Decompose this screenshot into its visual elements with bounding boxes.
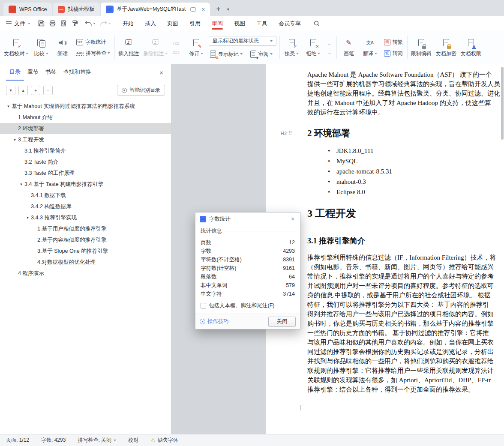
toc-item[interactable]: ▾ 4 程序演示 — [0, 268, 171, 279]
markup-state-select[interactable]: 显示标记的最终状态 — [209, 36, 276, 46]
to-traditional-button[interactable]: 简 转繁 — [383, 38, 404, 46]
text-line: 效的运行在云计算环境中。 — [307, 108, 504, 117]
toc-item[interactable]: ▾ 4.对数据模型的优化处理 — [0, 257, 171, 268]
sidebar-tab[interactable]: 章节 — [24, 64, 42, 81]
tree-caret-icon[interactable]: ▾ — [12, 138, 18, 142]
menu-tab[interactable]: 视图 — [228, 16, 251, 31]
toc-item[interactable]: ▾ 2.基于内容相似度的推荐引擎 — [0, 234, 171, 245]
heading-drag-handle[interactable]: H2 ⠿ — [281, 131, 292, 136]
encrypt-doc-button[interactable]: 文档加密 — [434, 33, 459, 62]
smart-toc-button[interactable]: 智能识别目录 — [117, 85, 165, 96]
redo-button[interactable] — [100, 21, 111, 27]
sidebar-tab[interactable]: 目录 — [6, 64, 24, 81]
print-preview-button[interactable] — [58, 18, 69, 29]
prev-revision-button[interactable]: ← — [326, 40, 333, 46]
toc-item[interactable]: ▾ 3.4.2 构造数据库 — [0, 201, 171, 212]
tab-list-chevron-icon[interactable]: ▾ — [224, 3, 232, 15]
tab-template-store[interactable]: 找稿壳模板 — [53, 3, 100, 16]
intro-paragraph: Apache Mahout 是 Apache Software Foundati… — [307, 70, 504, 117]
toc-item-label: 3.4.2 构造数据库 — [31, 203, 71, 210]
tree-caret-icon[interactable]: ▾ — [5, 104, 12, 108]
toc-item[interactable]: ▾ 3.2 Taste 简介 — [0, 156, 171, 168]
next-revision-icon: → — [327, 50, 332, 55]
heading-engine-intro: 3.1 推荐引擎简介 — [307, 236, 504, 246]
print-button[interactable] — [47, 18, 58, 29]
sidebar-tab[interactable]: 书签 — [42, 64, 60, 81]
menu-tab[interactable]: 插入 — [139, 16, 162, 31]
menu-tab[interactable]: 引用 — [184, 16, 206, 31]
insert-comment-button[interactable]: ＋ 插入批注 — [116, 33, 141, 62]
tree-caret-icon[interactable]: ▾ — [24, 216, 31, 220]
format-painter-button[interactable] — [69, 18, 80, 29]
collapse-all-button[interactable]: ▴ — [18, 86, 28, 95]
menu-tab[interactable]: 工具 — [251, 16, 273, 31]
toc-add-button[interactable]: ＋ — [31, 86, 40, 95]
status-proofread[interactable]: 校对 — [128, 437, 138, 444]
doc-permission-button[interactable]: 文档权限 — [459, 33, 483, 62]
dialog-close-icon[interactable]: × — [290, 216, 296, 222]
compare-button[interactable]: 比较 — [30, 33, 52, 62]
doc-proofread-button[interactable]: ✓ 文档校对 — [2, 33, 30, 62]
toc-item[interactable]: ▾ 2 环境部署 — [0, 123, 171, 134]
stat-label: 字符数(计空格) — [201, 264, 236, 272]
new-tab-button[interactable]: + — [213, 3, 224, 15]
reject-button[interactable]: × 拒绝 — [303, 33, 324, 62]
menu-tab[interactable]: 页面 — [162, 16, 184, 31]
show-markup-button[interactable]: ≡ 显示标记 — [209, 49, 244, 59]
toc-item[interactable]: ▾ 3 工程开发 — [0, 134, 171, 145]
menu-tab[interactable]: 开始 — [117, 16, 139, 31]
prev-comment-button[interactable]: ‹▭ — [171, 40, 180, 46]
expand-all-button[interactable]: ▾ — [6, 86, 15, 95]
compare-icon — [37, 38, 45, 48]
file-menu[interactable]: 文件 — [0, 16, 36, 31]
toc-item[interactable]: ▾ 1 Mahout 介绍 — [0, 112, 171, 123]
menu-tab[interactable]: 审阅 — [206, 16, 228, 31]
text-line: 提供一些可扩展的机器学习领域经典算法的实现，旨在帮助开发人员 — [307, 79, 504, 89]
vertical-scrollbar[interactable] — [501, 64, 504, 434]
toc-remove-button[interactable]: − — [43, 86, 53, 95]
menu-tab[interactable]: 会员专享 — [273, 16, 306, 31]
review-pane-button[interactable]: ● 审阅 — [249, 49, 274, 59]
toc-item[interactable]: ▾ 3.1 推荐引擎简介 — [0, 145, 171, 156]
tab-close-icon[interactable]: × — [201, 6, 205, 12]
toc-item[interactable]: ▾ 3.3 Taste 的工作原理 — [0, 168, 171, 179]
next-comment-button[interactable]: ▭› — [171, 49, 180, 55]
save-button[interactable] — [36, 18, 47, 29]
restrict-editing-button[interactable]: 限制编辑 — [409, 33, 434, 62]
translate-button[interactable]: 文A 翻译 — [360, 33, 381, 62]
close-button[interactable]: 关闭 — [268, 317, 296, 327]
dialog-titlebar[interactable]: W 字数统计 × — [195, 213, 300, 225]
tips-link[interactable]: ▸ 操作技巧 — [200, 318, 229, 325]
to-simplified-button[interactable]: 繁 转简 — [383, 49, 404, 57]
document-body[interactable]: Apache Mahout 是 Apache Software Foundati… — [266, 64, 504, 394]
next-revision-button[interactable]: → — [326, 49, 333, 55]
toc-item[interactable]: ▾ 3.基于 Slope One 的推荐引擎 — [0, 245, 171, 257]
delete-comment-button[interactable]: × 删除批注 — [141, 33, 170, 62]
spell-check-button[interactable]: ABC 拼写检查 — [75, 49, 111, 57]
toc-item-label: 2.基于内容相似度的推荐引擎 — [37, 236, 107, 244]
word-count-button[interactable]: 123 字数统计 — [75, 38, 111, 46]
stat-row: 字数 4293 — [201, 247, 295, 255]
toc-item[interactable]: ▾ 3.4 基于 Taste 构建电影推荐引擎 — [0, 179, 171, 190]
sidebar-tab[interactable]: 查找和替换 — [60, 64, 95, 81]
page-margin-mark — [300, 405, 306, 410]
scrollbar-thumb[interactable] — [501, 67, 504, 140]
toc-item[interactable]: ▾ 1.基于用户相似度的推荐引擎 — [0, 223, 171, 234]
tab-wps-office[interactable]: W WPS Office — [3, 3, 52, 16]
status-missing-font[interactable]: ⚠缺失字体 — [150, 437, 178, 444]
accept-button[interactable]: ✓ 接受 — [281, 33, 303, 62]
sidebar-close-icon[interactable]: × — [158, 69, 165, 77]
search-icon[interactable] — [311, 18, 323, 30]
status-spellcheck[interactable]: 拼写检查: 关闭 — [78, 437, 116, 444]
tree-caret-icon[interactable]: ▾ — [18, 182, 24, 186]
include-footnotes-checkbox[interactable]: 包括文本框、脚注和尾注(F) — [201, 302, 295, 309]
pen-button[interactable]: ✎ 画笔 — [338, 33, 360, 62]
stat-value: 4293 — [283, 247, 295, 255]
undo-button[interactable] — [84, 21, 96, 27]
toc-item[interactable]: ▾ 基于 Mahout 实现协同过滤推荐算法的电影推荐系统 — [0, 101, 171, 112]
read-aloud-button[interactable]: )) 朗读 — [52, 33, 73, 62]
tab-document[interactable]: W 基于JavaWeb+MySQL的Tast × — [101, 3, 210, 16]
toc-item[interactable]: ▾ 3.4.1 数据下载 — [0, 190, 171, 201]
track-changes-button[interactable]: ✎ 修订 — [186, 33, 207, 62]
toc-item[interactable]: ▾ 3.4.3 推荐引擎实现 — [0, 212, 171, 223]
